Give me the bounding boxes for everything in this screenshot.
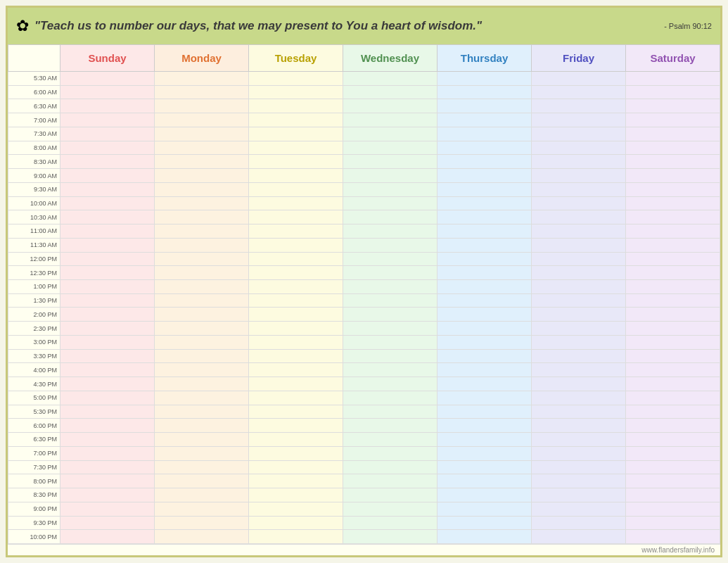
schedule-cell[interactable] [60, 85, 155, 99]
schedule-cell[interactable] [438, 377, 532, 391]
schedule-cell[interactable] [155, 293, 249, 308]
schedule-cell[interactable] [343, 488, 438, 502]
schedule-cell[interactable] [60, 293, 155, 308]
schedule-cell[interactable] [532, 502, 626, 516]
schedule-cell[interactable] [155, 405, 249, 419]
schedule-cell[interactable] [155, 516, 249, 530]
schedule-cell[interactable] [343, 224, 438, 239]
schedule-cell[interactable] [343, 335, 438, 349]
schedule-cell[interactable] [60, 335, 155, 349]
schedule-cell[interactable] [249, 516, 343, 530]
schedule-cell[interactable] [438, 474, 532, 488]
schedule-cell[interactable] [60, 238, 155, 252]
schedule-cell[interactable] [343, 530, 438, 544]
schedule-cell[interactable] [532, 377, 626, 391]
schedule-cell[interactable] [626, 113, 720, 127]
schedule-cell[interactable] [532, 488, 626, 502]
schedule-cell[interactable] [626, 210, 720, 224]
schedule-cell[interactable] [532, 446, 626, 460]
schedule-cell[interactable] [626, 474, 720, 488]
schedule-cell[interactable] [532, 169, 626, 183]
schedule-cell[interactable] [438, 516, 532, 530]
schedule-cell[interactable] [626, 335, 720, 349]
schedule-cell[interactable] [438, 127, 532, 141]
schedule-cell[interactable] [626, 293, 720, 308]
schedule-cell[interactable] [155, 322, 249, 336]
schedule-cell[interactable] [155, 252, 249, 266]
schedule-cell[interactable] [60, 266, 155, 280]
schedule-cell[interactable] [343, 238, 438, 252]
schedule-cell[interactable] [155, 280, 249, 294]
schedule-cell[interactable] [155, 363, 249, 377]
schedule-cell[interactable] [155, 474, 249, 488]
schedule-cell[interactable] [532, 238, 626, 252]
schedule-cell[interactable] [626, 182, 720, 196]
schedule-cell[interactable] [155, 238, 249, 252]
schedule-cell[interactable] [532, 460, 626, 474]
schedule-cell[interactable] [626, 308, 720, 322]
schedule-cell[interactable] [343, 113, 438, 127]
schedule-cell[interactable] [155, 266, 249, 280]
schedule-cell[interactable] [60, 252, 155, 266]
schedule-cell[interactable] [532, 85, 626, 99]
schedule-cell[interactable] [438, 363, 532, 377]
schedule-cell[interactable] [438, 433, 532, 447]
schedule-cell[interactable] [343, 85, 438, 99]
schedule-cell[interactable] [438, 530, 532, 544]
schedule-cell[interactable] [438, 460, 532, 474]
schedule-cell[interactable] [60, 391, 155, 405]
schedule-cell[interactable] [60, 460, 155, 474]
schedule-cell[interactable] [532, 280, 626, 294]
schedule-cell[interactable] [343, 446, 438, 460]
schedule-cell[interactable] [249, 266, 343, 280]
schedule-cell[interactable] [343, 308, 438, 322]
schedule-cell[interactable] [155, 155, 249, 169]
schedule-cell[interactable] [249, 72, 343, 86]
schedule-cell[interactable] [626, 266, 720, 280]
schedule-cell[interactable] [532, 99, 626, 113]
schedule-cell[interactable] [343, 252, 438, 266]
schedule-cell[interactable] [343, 474, 438, 488]
schedule-cell[interactable] [438, 252, 532, 266]
schedule-cell[interactable] [155, 377, 249, 391]
schedule-cell[interactable] [438, 335, 532, 349]
schedule-cell[interactable] [626, 405, 720, 419]
schedule-cell[interactable] [60, 280, 155, 294]
schedule-cell[interactable] [532, 308, 626, 322]
schedule-cell[interactable] [60, 322, 155, 336]
schedule-cell[interactable] [343, 363, 438, 377]
schedule-cell[interactable] [60, 377, 155, 391]
schedule-cell[interactable] [343, 210, 438, 224]
schedule-cell[interactable] [249, 474, 343, 488]
schedule-cell[interactable] [60, 516, 155, 530]
schedule-cell[interactable] [249, 293, 343, 308]
schedule-cell[interactable] [343, 405, 438, 419]
schedule-cell[interactable] [60, 502, 155, 516]
schedule-cell[interactable] [155, 419, 249, 433]
schedule-cell[interactable] [532, 252, 626, 266]
schedule-cell[interactable] [155, 85, 249, 99]
schedule-cell[interactable] [249, 238, 343, 252]
schedule-cell[interactable] [60, 224, 155, 239]
schedule-cell[interactable] [343, 169, 438, 183]
schedule-cell[interactable] [60, 169, 155, 183]
schedule-cell[interactable] [249, 182, 343, 196]
schedule-cell[interactable] [60, 141, 155, 155]
schedule-cell[interactable] [155, 460, 249, 474]
schedule-cell[interactable] [438, 113, 532, 127]
schedule-cell[interactable] [438, 266, 532, 280]
schedule-cell[interactable] [249, 502, 343, 516]
schedule-cell[interactable] [532, 419, 626, 433]
schedule-cell[interactable] [438, 488, 532, 502]
schedule-cell[interactable] [626, 280, 720, 294]
schedule-cell[interactable] [343, 72, 438, 86]
schedule-cell[interactable] [155, 113, 249, 127]
schedule-cell[interactable] [438, 155, 532, 169]
schedule-cell[interactable] [155, 488, 249, 502]
schedule-cell[interactable] [60, 210, 155, 224]
schedule-cell[interactable] [532, 474, 626, 488]
schedule-cell[interactable] [249, 405, 343, 419]
schedule-cell[interactable] [155, 196, 249, 210]
schedule-cell[interactable] [60, 196, 155, 210]
schedule-cell[interactable] [60, 155, 155, 169]
